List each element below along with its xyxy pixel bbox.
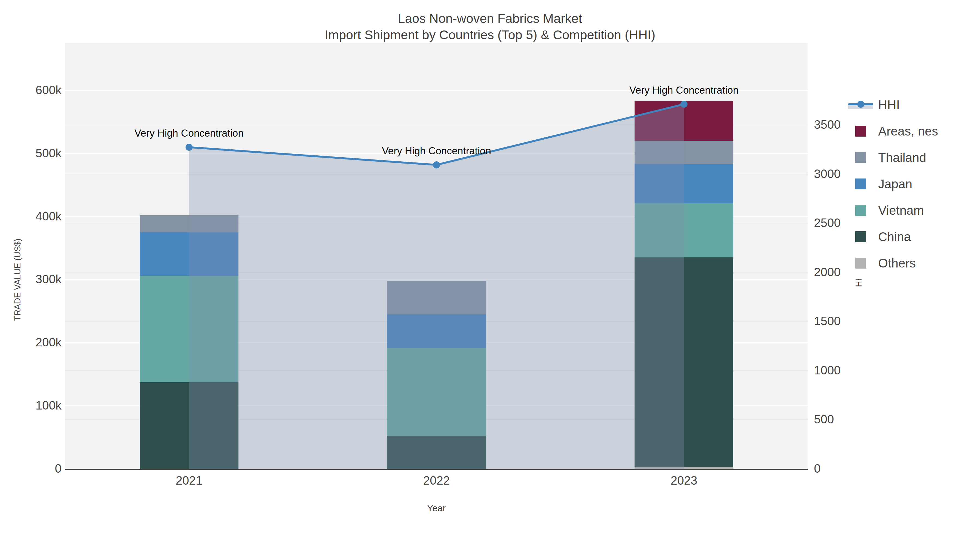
left-tick-400k: 400k xyxy=(0,210,62,223)
series-color-swatch-icon xyxy=(847,205,874,216)
legend-label: Vietnam xyxy=(878,203,924,218)
right-tick-3000: 3000 xyxy=(814,167,841,181)
plot-area: Very High ConcentrationVery High Concent… xyxy=(65,43,808,470)
x-tick-2023: 2023 xyxy=(671,474,697,487)
left-tick-100k: 100k xyxy=(0,399,62,412)
series-color-swatch-icon xyxy=(847,126,874,137)
legend-label: Thailand xyxy=(878,150,926,165)
legend-label: China xyxy=(878,229,911,244)
right-tick-3500: 3500 xyxy=(814,118,841,132)
left-tick-500k: 500k xyxy=(0,146,62,160)
legend-label: HHI xyxy=(878,97,900,112)
annotation-2023: Very High Concentration xyxy=(629,85,738,96)
legend-item-japan[interactable]: Japan xyxy=(847,171,980,197)
left-tick-200k: 200k xyxy=(0,335,62,349)
legend: HHIAreas, nesThailandJapanVietnamChinaOt… xyxy=(844,90,980,279)
hhi-marker-2021 xyxy=(186,144,193,151)
x-axis-title: Year xyxy=(427,503,446,513)
legend-item-others[interactable]: Others xyxy=(847,250,980,276)
legend-item-thailand[interactable]: Thailand xyxy=(847,144,980,171)
right-tick-1000: 1000 xyxy=(814,364,841,377)
legend-item-hhi[interactable]: HHI xyxy=(847,91,980,118)
x-tick-2021: 2021 xyxy=(176,474,202,487)
right-tick-500: 500 xyxy=(814,413,834,426)
right-tick-2500: 2500 xyxy=(814,216,841,230)
x-tick-2022: 2022 xyxy=(423,474,450,487)
legend-label: Japan xyxy=(878,176,912,191)
legend-item-areas-nes[interactable]: Areas, nes xyxy=(847,118,980,144)
series-color-swatch-icon xyxy=(847,152,874,163)
hhi-line-swatch-icon xyxy=(847,100,874,110)
hhi-line-layer xyxy=(65,43,808,469)
left-tick-600k: 600k xyxy=(0,83,62,97)
left-tick-0: 0 xyxy=(0,462,62,475)
hhi-marker-2022 xyxy=(433,161,440,168)
left-tick-300k: 300k xyxy=(0,272,62,286)
series-color-swatch-icon xyxy=(847,231,874,242)
annotation-2022: Very High Concentration xyxy=(382,145,491,157)
right-tick-1500: 1500 xyxy=(814,314,841,328)
hhi-area-fill xyxy=(189,104,684,469)
left-axis-title: TRADE VALUE (US$) xyxy=(13,239,22,321)
series-color-swatch-icon xyxy=(847,178,874,189)
legend-item-china[interactable]: China xyxy=(847,223,980,250)
figure: Laos Non-woven Fabrics Market Import Shi… xyxy=(0,0,980,551)
chart-title: Laos Non-woven Fabrics Market Import Shi… xyxy=(0,10,980,43)
annotation-2021: Very High Concentration xyxy=(134,128,243,139)
right-tick-2000: 2000 xyxy=(814,265,841,279)
chart-title-line1: Laos Non-woven Fabrics Market xyxy=(0,10,980,27)
right-tick-0: 0 xyxy=(814,462,821,475)
legend-label: Areas, nes xyxy=(878,124,938,138)
series-color-swatch-icon xyxy=(847,258,874,268)
chart-title-line2: Import Shipment by Countries (Top 5) & C… xyxy=(0,27,980,43)
hhi-marker-2023 xyxy=(681,101,687,108)
legend-item-vietnam[interactable]: Vietnam xyxy=(847,197,980,223)
legend-label: Others xyxy=(878,256,916,270)
